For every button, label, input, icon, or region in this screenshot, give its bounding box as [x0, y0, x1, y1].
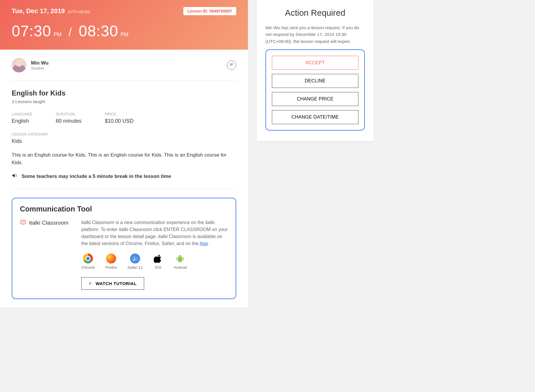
- platform-safari: Safari 11: [127, 254, 143, 270]
- duration-label: DURATION: [56, 112, 82, 116]
- watch-tutorial-button[interactable]: WATCH TUTORIAL: [81, 277, 144, 290]
- lesson-time-range: 07:30PM / 08:30PM: [12, 22, 236, 40]
- app-link[interactable]: App: [200, 241, 208, 246]
- play-icon: [89, 281, 92, 286]
- classroom-icon: [20, 219, 26, 227]
- platform-chrome: Chrome: [81, 254, 95, 270]
- change-date-time-button[interactable]: CHANGE DATE/TIME: [272, 110, 358, 124]
- platform-firefox: Firefox: [105, 254, 117, 270]
- sidebar-title: Action Required: [265, 8, 365, 18]
- svg-rect-0: [21, 220, 26, 224]
- communication-heading: Communication Tool: [20, 205, 228, 213]
- lessons-taught: 3 Lessons taught: [12, 99, 236, 104]
- platform-ios: IOS: [153, 254, 163, 270]
- action-button-group: ACCEPT DECLINE CHANGE PRICE CHANGE DATE/…: [265, 49, 365, 131]
- student-row: Min Wu Student: [12, 58, 236, 81]
- safari-icon: [130, 254, 140, 263]
- communication-description: italki Classroom is a new communication …: [81, 219, 228, 247]
- apple-icon: [153, 254, 163, 263]
- language-value: English: [12, 118, 32, 124]
- svg-point-2: [24, 221, 24, 222]
- break-note: Some teachers may include a 5 minute bre…: [12, 173, 236, 189]
- lesson-date: Tue, Dec 17, 2019 (UTC+08:00): [12, 7, 90, 15]
- svg-point-1: [22, 221, 23, 222]
- svg-point-3: [179, 256, 180, 256]
- action-sidebar: Action Required Min Wu has sent you a le…: [257, 0, 374, 141]
- decline-button[interactable]: DECLINE: [272, 74, 358, 88]
- message-icon[interactable]: [227, 60, 236, 70]
- category-label: LESSON CATEGORY: [12, 132, 236, 136]
- platform-android: Android: [174, 254, 187, 270]
- price-value: $10.00 USD: [105, 118, 134, 124]
- start-time: 07:30: [12, 22, 51, 39]
- price-label: PRICE: [105, 112, 134, 116]
- megaphone-icon: [12, 173, 18, 180]
- svg-point-4: [181, 256, 182, 256]
- course-title: English for Kids: [12, 89, 236, 97]
- student-role: Student: [31, 66, 49, 70]
- platform-list: Chrome Firefox Safari 11: [81, 254, 228, 270]
- accept-button[interactable]: ACCEPT: [272, 56, 358, 70]
- category-value: Kids: [12, 138, 236, 144]
- svg-marker-5: [89, 282, 92, 285]
- communication-tool-section: Communication Tool italki Classroom ital…: [12, 198, 236, 299]
- android-icon: [175, 254, 185, 263]
- chrome-icon: [83, 254, 93, 263]
- communication-tool-name: italki Classroom: [29, 220, 68, 226]
- lesson-detail-panel: Tue, Dec 17, 2019 (UTC+08:00) Lesson ID:…: [0, 0, 248, 307]
- course-description: This is an English course for Kids. This…: [12, 151, 236, 166]
- avatar[interactable]: [12, 58, 26, 72]
- student-name: Min Wu: [31, 60, 49, 66]
- lesson-hero: Tue, Dec 17, 2019 (UTC+08:00) Lesson ID:…: [0, 0, 248, 50]
- change-price-button[interactable]: CHANGE PRICE: [272, 92, 358, 106]
- duration-value: 60 minutes: [56, 118, 82, 124]
- firefox-icon: [106, 254, 116, 263]
- sidebar-description: Min Wu has sent you a lesson request. If…: [265, 24, 365, 45]
- language-label: LANGUAGE: [12, 112, 32, 116]
- lesson-id-badge: Lesson ID: 5949799997: [183, 7, 236, 15]
- end-time: 08:30: [79, 22, 118, 39]
